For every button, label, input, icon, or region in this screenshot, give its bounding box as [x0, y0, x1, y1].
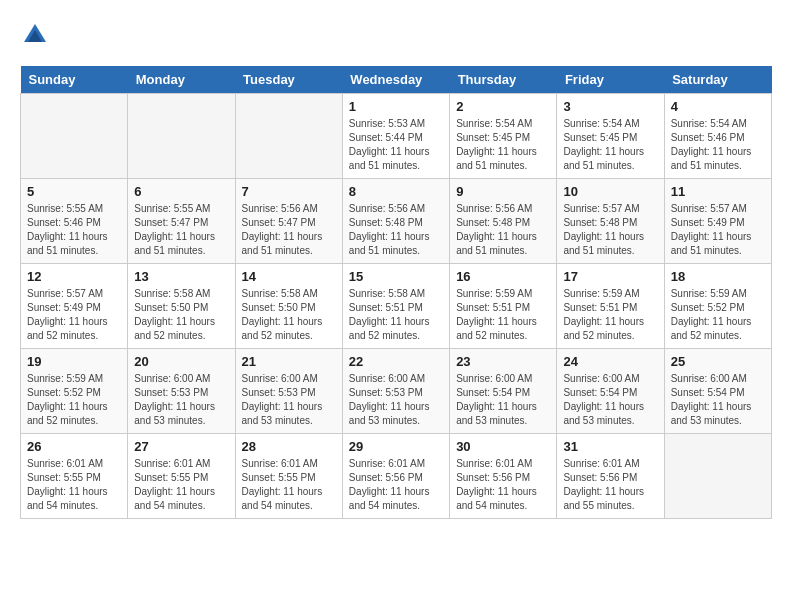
day-info: Sunrise: 5:55 AM Sunset: 5:46 PM Dayligh…: [27, 202, 121, 258]
day-info: Sunrise: 5:59 AM Sunset: 5:51 PM Dayligh…: [456, 287, 550, 343]
day-info: Sunrise: 5:58 AM Sunset: 5:51 PM Dayligh…: [349, 287, 443, 343]
day-info: Sunrise: 6:01 AM Sunset: 5:55 PM Dayligh…: [27, 457, 121, 513]
day-info: Sunrise: 5:57 AM Sunset: 5:48 PM Dayligh…: [563, 202, 657, 258]
day-number: 30: [456, 439, 550, 454]
calendar-cell: 25Sunrise: 6:00 AM Sunset: 5:54 PM Dayli…: [664, 349, 771, 434]
day-info: Sunrise: 5:59 AM Sunset: 5:51 PM Dayligh…: [563, 287, 657, 343]
day-info: Sunrise: 6:01 AM Sunset: 5:56 PM Dayligh…: [563, 457, 657, 513]
day-info: Sunrise: 6:01 AM Sunset: 5:56 PM Dayligh…: [456, 457, 550, 513]
calendar-cell: 3Sunrise: 5:54 AM Sunset: 5:45 PM Daylig…: [557, 94, 664, 179]
calendar-cell: [128, 94, 235, 179]
day-number: 13: [134, 269, 228, 284]
calendar-cell: 8Sunrise: 5:56 AM Sunset: 5:48 PM Daylig…: [342, 179, 449, 264]
day-number: 27: [134, 439, 228, 454]
calendar-cell: 9Sunrise: 5:56 AM Sunset: 5:48 PM Daylig…: [450, 179, 557, 264]
day-info: Sunrise: 5:59 AM Sunset: 5:52 PM Dayligh…: [671, 287, 765, 343]
day-number: 16: [456, 269, 550, 284]
week-row-5: 26Sunrise: 6:01 AM Sunset: 5:55 PM Dayli…: [21, 434, 772, 519]
day-info: Sunrise: 6:00 AM Sunset: 5:53 PM Dayligh…: [134, 372, 228, 428]
calendar-cell: 26Sunrise: 6:01 AM Sunset: 5:55 PM Dayli…: [21, 434, 128, 519]
calendar-cell: 7Sunrise: 5:56 AM Sunset: 5:47 PM Daylig…: [235, 179, 342, 264]
day-number: 21: [242, 354, 336, 369]
calendar-cell: 14Sunrise: 5:58 AM Sunset: 5:50 PM Dayli…: [235, 264, 342, 349]
calendar-cell: 30Sunrise: 6:01 AM Sunset: 5:56 PM Dayli…: [450, 434, 557, 519]
weekday-header-friday: Friday: [557, 66, 664, 94]
calendar-cell: 10Sunrise: 5:57 AM Sunset: 5:48 PM Dayli…: [557, 179, 664, 264]
calendar-table: SundayMondayTuesdayWednesdayThursdayFrid…: [20, 66, 772, 519]
calendar-cell: [235, 94, 342, 179]
weekday-header-saturday: Saturday: [664, 66, 771, 94]
calendar-cell: 24Sunrise: 6:00 AM Sunset: 5:54 PM Dayli…: [557, 349, 664, 434]
day-number: 10: [563, 184, 657, 199]
day-number: 4: [671, 99, 765, 114]
day-info: Sunrise: 5:58 AM Sunset: 5:50 PM Dayligh…: [134, 287, 228, 343]
calendar-cell: 22Sunrise: 6:00 AM Sunset: 5:53 PM Dayli…: [342, 349, 449, 434]
day-number: 7: [242, 184, 336, 199]
calendar-cell: 16Sunrise: 5:59 AM Sunset: 5:51 PM Dayli…: [450, 264, 557, 349]
day-number: 9: [456, 184, 550, 199]
day-info: Sunrise: 6:00 AM Sunset: 5:54 PM Dayligh…: [671, 372, 765, 428]
day-number: 14: [242, 269, 336, 284]
day-number: 11: [671, 184, 765, 199]
day-number: 2: [456, 99, 550, 114]
day-number: 31: [563, 439, 657, 454]
day-number: 15: [349, 269, 443, 284]
day-number: 18: [671, 269, 765, 284]
calendar-cell: 13Sunrise: 5:58 AM Sunset: 5:50 PM Dayli…: [128, 264, 235, 349]
week-row-1: 1Sunrise: 5:53 AM Sunset: 5:44 PM Daylig…: [21, 94, 772, 179]
calendar-cell: 17Sunrise: 5:59 AM Sunset: 5:51 PM Dayli…: [557, 264, 664, 349]
day-info: Sunrise: 6:01 AM Sunset: 5:56 PM Dayligh…: [349, 457, 443, 513]
day-info: Sunrise: 5:56 AM Sunset: 5:48 PM Dayligh…: [456, 202, 550, 258]
day-info: Sunrise: 6:00 AM Sunset: 5:54 PM Dayligh…: [563, 372, 657, 428]
day-number: 5: [27, 184, 121, 199]
weekday-header-row: SundayMondayTuesdayWednesdayThursdayFrid…: [21, 66, 772, 94]
day-info: Sunrise: 5:54 AM Sunset: 5:46 PM Dayligh…: [671, 117, 765, 173]
day-number: 8: [349, 184, 443, 199]
weekday-header-sunday: Sunday: [21, 66, 128, 94]
day-info: Sunrise: 5:55 AM Sunset: 5:47 PM Dayligh…: [134, 202, 228, 258]
day-info: Sunrise: 5:58 AM Sunset: 5:50 PM Dayligh…: [242, 287, 336, 343]
day-number: 17: [563, 269, 657, 284]
day-info: Sunrise: 6:00 AM Sunset: 5:53 PM Dayligh…: [349, 372, 443, 428]
weekday-header-tuesday: Tuesday: [235, 66, 342, 94]
day-number: 1: [349, 99, 443, 114]
day-info: Sunrise: 6:01 AM Sunset: 5:55 PM Dayligh…: [134, 457, 228, 513]
calendar-cell: 18Sunrise: 5:59 AM Sunset: 5:52 PM Dayli…: [664, 264, 771, 349]
calendar-cell: 1Sunrise: 5:53 AM Sunset: 5:44 PM Daylig…: [342, 94, 449, 179]
weekday-header-thursday: Thursday: [450, 66, 557, 94]
day-info: Sunrise: 5:54 AM Sunset: 5:45 PM Dayligh…: [456, 117, 550, 173]
calendar-cell: 28Sunrise: 6:01 AM Sunset: 5:55 PM Dayli…: [235, 434, 342, 519]
calendar-cell: 19Sunrise: 5:59 AM Sunset: 5:52 PM Dayli…: [21, 349, 128, 434]
calendar-cell: 20Sunrise: 6:00 AM Sunset: 5:53 PM Dayli…: [128, 349, 235, 434]
day-info: Sunrise: 5:57 AM Sunset: 5:49 PM Dayligh…: [27, 287, 121, 343]
page-header: [20, 20, 772, 50]
day-number: 23: [456, 354, 550, 369]
logo-icon: [20, 20, 50, 50]
calendar-cell: 12Sunrise: 5:57 AM Sunset: 5:49 PM Dayli…: [21, 264, 128, 349]
calendar-cell: 15Sunrise: 5:58 AM Sunset: 5:51 PM Dayli…: [342, 264, 449, 349]
day-number: 6: [134, 184, 228, 199]
day-number: 20: [134, 354, 228, 369]
week-row-4: 19Sunrise: 5:59 AM Sunset: 5:52 PM Dayli…: [21, 349, 772, 434]
day-number: 26: [27, 439, 121, 454]
calendar-cell: [21, 94, 128, 179]
day-number: 22: [349, 354, 443, 369]
logo: [20, 20, 54, 50]
day-info: Sunrise: 5:59 AM Sunset: 5:52 PM Dayligh…: [27, 372, 121, 428]
day-info: Sunrise: 5:53 AM Sunset: 5:44 PM Dayligh…: [349, 117, 443, 173]
weekday-header-wednesday: Wednesday: [342, 66, 449, 94]
day-number: 28: [242, 439, 336, 454]
calendar-cell: 6Sunrise: 5:55 AM Sunset: 5:47 PM Daylig…: [128, 179, 235, 264]
day-number: 12: [27, 269, 121, 284]
day-info: Sunrise: 6:01 AM Sunset: 5:55 PM Dayligh…: [242, 457, 336, 513]
day-info: Sunrise: 5:56 AM Sunset: 5:48 PM Dayligh…: [349, 202, 443, 258]
weekday-header-monday: Monday: [128, 66, 235, 94]
calendar-cell: 27Sunrise: 6:01 AM Sunset: 5:55 PM Dayli…: [128, 434, 235, 519]
day-number: 29: [349, 439, 443, 454]
day-number: 3: [563, 99, 657, 114]
calendar-cell: 23Sunrise: 6:00 AM Sunset: 5:54 PM Dayli…: [450, 349, 557, 434]
calendar-cell: 2Sunrise: 5:54 AM Sunset: 5:45 PM Daylig…: [450, 94, 557, 179]
day-number: 25: [671, 354, 765, 369]
day-info: Sunrise: 6:00 AM Sunset: 5:54 PM Dayligh…: [456, 372, 550, 428]
day-info: Sunrise: 5:54 AM Sunset: 5:45 PM Dayligh…: [563, 117, 657, 173]
